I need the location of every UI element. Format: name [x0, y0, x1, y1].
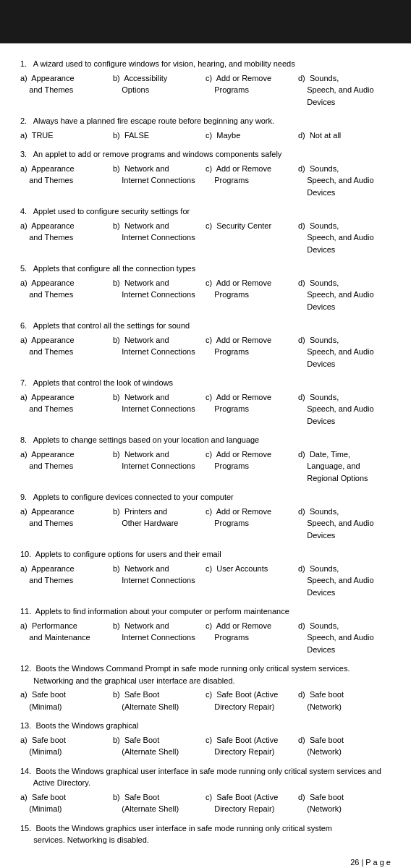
- q8-options: a) Appearance and Themes b) Network and …: [20, 448, 391, 485]
- q7-opt-d: d) Sounds, Speech, and Audio Devices: [298, 391, 391, 427]
- q14-opt-c: c) Safe Boot (Active Directory Repair): [206, 791, 298, 815]
- q13-opt-a: a) Safe boot (Minimal): [20, 734, 113, 758]
- question-7: 7. Applets that control the look of wind…: [20, 377, 391, 427]
- q11-opt-a: a) Performance and Maintenance: [20, 620, 113, 656]
- q15-title: 15. Boots the Windows graphics user inte…: [20, 822, 391, 846]
- q14-opt-a: a) Safe boot (Minimal): [20, 791, 113, 815]
- q7-title: 7. Applets that control the look of wind…: [20, 377, 391, 389]
- q6-opt-c: c) Add or Remove Programs: [206, 334, 298, 370]
- q4-opt-d: d) Sounds, Speech, and Audio Devices: [298, 220, 391, 256]
- q2-title: 2. Always have a planned fire escape rou…: [20, 115, 391, 127]
- q11-title: 11. Applets to find information about yo…: [20, 605, 391, 618]
- q13-opt-b: b) Safe Boot (Alternate Shell): [113, 734, 206, 758]
- q12-opt-a: a) Safe boot (Minimal): [20, 689, 113, 712]
- q4-options: a) Appearance and Themes b) Network and …: [20, 220, 391, 256]
- q12-options: a) Safe boot (Minimal) b) Safe Boot (Alt…: [20, 689, 391, 712]
- q3-options: a) Appearance and Themes b) Network and …: [20, 163, 391, 199]
- question-4: 4. Applet used to configure security set…: [20, 205, 391, 255]
- q2-opt-a: a) TRUE: [20, 129, 113, 142]
- q5-opt-b: b) Network and Internet Connections: [113, 277, 206, 313]
- q6-opt-a: a) Appearance and Themes: [20, 334, 113, 370]
- q8-opt-b: b) Network and Internet Connections: [113, 448, 206, 485]
- q11-opt-d: d) Sounds, Speech, and Audio Devices: [298, 620, 391, 656]
- q7-options: a) Appearance and Themes b) Network and …: [20, 391, 391, 427]
- q7-opt-c: c) Add or Remove Programs: [206, 391, 298, 427]
- page-footer: 26 | P a g e: [20, 858, 391, 867]
- q12-opt-c: c) Safe Boot (Active Directory Repair): [206, 689, 298, 712]
- question-14: 14. Boots the Windows graphical user int…: [20, 765, 391, 815]
- q13-options: a) Safe boot (Minimal) b) Safe Boot (Alt…: [20, 734, 391, 758]
- q3-opt-d: d) Sounds, Speech, and Audio Devices: [298, 163, 391, 199]
- q10-title: 10. Applets to configure options for use…: [20, 548, 391, 561]
- q5-options: a) Appearance and Themes b) Network and …: [20, 277, 391, 313]
- question-2: 2. Always have a planned fire escape rou…: [20, 115, 391, 141]
- q13-title: 13. Boots the Windows graphical: [20, 720, 391, 732]
- question-1: 1. A wizard used to configure windows fo…: [20, 58, 391, 108]
- q10-opt-a: a) Appearance and Themes: [20, 563, 113, 599]
- question-9: 9. Applets to configure devices connecte…: [20, 491, 391, 541]
- q12-opt-d: d) Safe boot (Network): [298, 689, 391, 712]
- q1-opt-d: d) Sounds, Speech, and Audio Devices: [298, 72, 391, 109]
- q4-opt-a: a) Appearance and Themes: [20, 220, 113, 256]
- q1-opt-a: a) Appearance and Themes: [20, 72, 113, 109]
- q3-title: 3. An applet to add or remove programs a…: [20, 148, 391, 161]
- page-number: 26 | P a g e: [350, 858, 391, 867]
- q7-opt-a: a) Appearance and Themes: [20, 391, 113, 427]
- q1-num: 1.: [20, 59, 27, 68]
- q13-opt-d: d) Safe boot (Network): [298, 734, 391, 758]
- q11-opt-b: b) Network and Internet Connections: [113, 620, 206, 656]
- q9-opt-c: c) Add or Remove Programs: [206, 506, 298, 542]
- q6-opt-b: b) Network and Internet Connections: [113, 334, 206, 370]
- q5-opt-c: c) Add or Remove Programs: [206, 277, 298, 313]
- q9-opt-b: b) Printers and Other Hardware: [113, 506, 206, 542]
- top-bar: [0, 0, 411, 43]
- question-8: 8. Applets to change settings based on y…: [20, 434, 391, 484]
- q11-opt-c: c) Add or Remove Programs: [206, 620, 298, 656]
- q1-title: 1. A wizard used to configure windows fo…: [20, 58, 391, 70]
- q13-opt-c: c) Safe Boot (Active Directory Repair): [206, 734, 298, 758]
- q4-opt-c: c) Security Center: [206, 220, 298, 256]
- q8-opt-a: a) Appearance and Themes: [20, 448, 113, 485]
- q3-opt-a: a) Appearance and Themes: [20, 163, 113, 199]
- question-10: 10. Applets to configure options for use…: [20, 548, 391, 598]
- q1-opt-b: b) Accessibility Options: [113, 72, 206, 109]
- q1-opt-c: c) Add or Remove Programs: [206, 72, 298, 109]
- q8-opt-c: c) Add or Remove Programs: [206, 448, 298, 485]
- q2-options: a) TRUE b) FALSE c) Maybe d) Not at all: [20, 129, 391, 142]
- q10-opt-d: d) Sounds, Speech, and Audio Devices: [298, 563, 391, 599]
- q3-opt-b: b) Network and Internet Connections: [113, 163, 206, 199]
- question-3: 3. An applet to add or remove programs a…: [20, 148, 391, 198]
- q5-opt-a: a) Appearance and Themes: [20, 277, 113, 313]
- q5-title: 5. Applets that configure all the connec…: [20, 263, 391, 275]
- question-13: 13. Boots the Windows graphical a) Safe …: [20, 720, 391, 758]
- q2-opt-b: b) FALSE: [113, 129, 206, 142]
- q2-opt-c: c) Maybe: [206, 129, 298, 142]
- q3-opt-c: c) Add or Remove Programs: [206, 163, 298, 199]
- q7-opt-b: b) Network and Internet Connections: [113, 391, 206, 427]
- q9-opt-a: a) Appearance and Themes: [20, 506, 113, 542]
- question-11: 11. Applets to find information about yo…: [20, 605, 391, 655]
- q11-options: a) Performance and Maintenance b) Networ…: [20, 620, 391, 656]
- q10-options: a) Appearance and Themes b) Network and …: [20, 563, 391, 599]
- q9-options: a) Appearance and Themes b) Printers and…: [20, 506, 391, 542]
- q14-title: 14. Boots the Windows graphical user int…: [20, 765, 391, 789]
- q14-opt-d: d) Safe boot (Network): [298, 791, 391, 815]
- q5-opt-d: d) Sounds, Speech, and Audio Devices: [298, 277, 391, 313]
- q10-opt-c: c) User Accounts: [206, 563, 298, 599]
- q9-title: 9. Applets to configure devices connecte…: [20, 491, 391, 503]
- q12-opt-b: b) Safe Boot (Alternate Shell): [113, 689, 206, 712]
- question-6: 6. Applets that control all the settings…: [20, 320, 391, 370]
- q12-title: 12. Boots the Windows Command Prompt in …: [20, 663, 391, 686]
- q6-options: a) Appearance and Themes b) Network and …: [20, 334, 391, 370]
- q8-opt-d: d) Date, Time, Language, and Regional Op…: [298, 448, 391, 485]
- q4-opt-b: b) Network and Internet Connections: [113, 220, 206, 256]
- q14-options: a) Safe boot (Minimal) b) Safe Boot (Alt…: [20, 791, 391, 815]
- q6-opt-d: d) Sounds, Speech, and Audio Devices: [298, 334, 391, 370]
- page-content: 1. A wizard used to configure windows fo…: [0, 43, 411, 868]
- q14-opt-b: b) Safe Boot (Alternate Shell): [113, 791, 206, 815]
- q1-options: a) Appearance and Themes b) Accessibilit…: [20, 72, 391, 109]
- question-15: 15. Boots the Windows graphics user inte…: [20, 822, 391, 846]
- q4-title: 4. Applet used to configure security set…: [20, 205, 391, 218]
- q8-title: 8. Applets to change settings based on y…: [20, 434, 391, 446]
- question-12: 12. Boots the Windows Command Prompt in …: [20, 663, 391, 712]
